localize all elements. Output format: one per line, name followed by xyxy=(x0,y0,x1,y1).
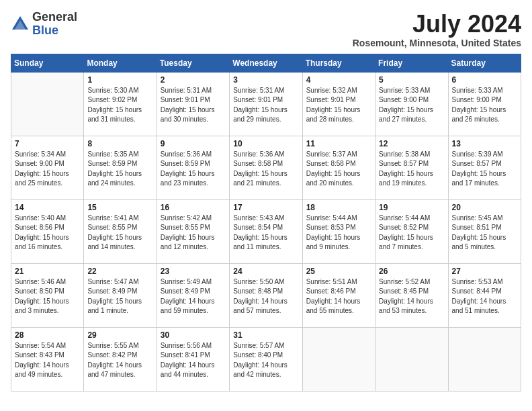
day-number: 6 xyxy=(452,75,517,85)
day-number: 5 xyxy=(379,75,444,85)
day-number: 25 xyxy=(306,267,371,276)
day-number: 4 xyxy=(306,75,371,85)
day-number: 12 xyxy=(379,139,444,148)
week-row-4: 21Sunrise: 5:46 AMSunset: 8:50 PMDayligh… xyxy=(11,263,521,327)
calendar-table: SundayMondayTuesdayWednesdayThursdayFrid… xyxy=(11,54,521,392)
day-number: 2 xyxy=(161,75,226,85)
day-info: Sunrise: 5:40 AMSunset: 8:56 PMDaylight:… xyxy=(15,214,80,253)
weekday-header-thursday: Thursday xyxy=(302,54,375,72)
calendar-cell: 10Sunrise: 5:36 AMSunset: 8:58 PMDayligh… xyxy=(230,136,302,199)
logo-blue: Blue xyxy=(32,24,58,37)
day-info: Sunrise: 5:53 AMSunset: 8:44 PMDaylight:… xyxy=(452,277,517,316)
day-number: 23 xyxy=(161,267,226,276)
day-info: Sunrise: 5:31 AMSunset: 9:01 PMDaylight:… xyxy=(233,86,298,125)
calendar-cell: 27Sunrise: 5:53 AMSunset: 8:44 PMDayligh… xyxy=(448,263,521,327)
logo: General Blue xyxy=(11,11,77,38)
calendar-cell: 21Sunrise: 5:46 AMSunset: 8:50 PMDayligh… xyxy=(11,263,84,327)
day-number: 9 xyxy=(161,139,226,148)
calendar-cell: 16Sunrise: 5:42 AMSunset: 8:55 PMDayligh… xyxy=(157,199,229,263)
calendar-cell: 13Sunrise: 5:39 AMSunset: 8:57 PMDayligh… xyxy=(448,136,521,199)
week-row-3: 14Sunrise: 5:40 AMSunset: 8:56 PMDayligh… xyxy=(11,199,521,263)
week-row-1: 1Sunrise: 5:30 AMSunset: 9:02 PMDaylight… xyxy=(11,72,521,136)
logo-text: General Blue xyxy=(32,11,77,38)
day-number: 11 xyxy=(306,139,371,148)
day-number: 21 xyxy=(15,267,80,276)
day-number: 7 xyxy=(15,139,80,148)
day-info: Sunrise: 5:51 AMSunset: 8:46 PMDaylight:… xyxy=(306,277,371,316)
day-number: 28 xyxy=(15,330,80,340)
title-block: July 2024 Rosemount, Minnesota, United S… xyxy=(353,11,521,48)
day-info: Sunrise: 5:44 AMSunset: 8:52 PMDaylight:… xyxy=(379,214,444,253)
weekday-header-friday: Friday xyxy=(375,54,448,72)
day-info: Sunrise: 5:31 AMSunset: 9:01 PMDaylight:… xyxy=(161,86,226,125)
day-info: Sunrise: 5:49 AMSunset: 8:49 PMDaylight:… xyxy=(161,277,226,316)
day-info: Sunrise: 5:32 AMSunset: 9:01 PMDaylight:… xyxy=(306,86,371,125)
day-info: Sunrise: 5:55 AMSunset: 8:42 PMDaylight:… xyxy=(87,341,152,380)
day-info: Sunrise: 5:30 AMSunset: 9:02 PMDaylight:… xyxy=(87,86,152,125)
calendar-cell xyxy=(375,327,448,391)
day-number: 17 xyxy=(233,203,298,212)
day-info: Sunrise: 5:36 AMSunset: 8:59 PMDaylight:… xyxy=(161,150,226,189)
day-info: Sunrise: 5:36 AMSunset: 8:58 PMDaylight:… xyxy=(233,150,298,189)
calendar-cell: 6Sunrise: 5:33 AMSunset: 9:00 PMDaylight… xyxy=(448,72,521,136)
day-number: 27 xyxy=(452,267,517,276)
calendar-cell: 30Sunrise: 5:56 AMSunset: 8:41 PMDayligh… xyxy=(157,327,229,391)
day-number: 15 xyxy=(87,203,152,212)
calendar-cell xyxy=(302,327,375,391)
day-info: Sunrise: 5:35 AMSunset: 8:59 PMDaylight:… xyxy=(87,150,152,189)
calendar-cell: 29Sunrise: 5:55 AMSunset: 8:42 PMDayligh… xyxy=(84,327,157,391)
calendar-cell: 19Sunrise: 5:44 AMSunset: 8:52 PMDayligh… xyxy=(375,199,448,263)
day-info: Sunrise: 5:33 AMSunset: 9:00 PMDaylight:… xyxy=(452,86,517,125)
day-number: 16 xyxy=(161,203,226,212)
day-info: Sunrise: 5:33 AMSunset: 9:00 PMDaylight:… xyxy=(379,86,444,125)
calendar-cell: 15Sunrise: 5:41 AMSunset: 8:55 PMDayligh… xyxy=(84,199,157,263)
day-info: Sunrise: 5:38 AMSunset: 8:57 PMDaylight:… xyxy=(379,150,444,189)
day-number: 31 xyxy=(233,330,298,340)
day-number: 22 xyxy=(87,267,152,276)
day-number: 18 xyxy=(306,203,371,212)
calendar-body: 1Sunrise: 5:30 AMSunset: 9:02 PMDaylight… xyxy=(11,72,521,391)
calendar-cell: 11Sunrise: 5:37 AMSunset: 8:58 PMDayligh… xyxy=(302,136,375,199)
week-row-5: 28Sunrise: 5:54 AMSunset: 8:43 PMDayligh… xyxy=(11,327,521,391)
day-info: Sunrise: 5:50 AMSunset: 8:48 PMDaylight:… xyxy=(233,277,298,316)
calendar-cell: 26Sunrise: 5:52 AMSunset: 8:45 PMDayligh… xyxy=(375,263,448,327)
day-number: 24 xyxy=(233,267,298,276)
day-info: Sunrise: 5:56 AMSunset: 8:41 PMDaylight:… xyxy=(161,341,226,380)
day-number: 1 xyxy=(87,75,152,85)
logo-icon xyxy=(11,15,30,34)
day-info: Sunrise: 5:46 AMSunset: 8:50 PMDaylight:… xyxy=(15,277,80,316)
day-number: 26 xyxy=(379,267,444,276)
calendar-cell: 9Sunrise: 5:36 AMSunset: 8:59 PMDaylight… xyxy=(157,136,229,199)
calendar-cell: 18Sunrise: 5:44 AMSunset: 8:53 PMDayligh… xyxy=(302,199,375,263)
week-row-2: 7Sunrise: 5:34 AMSunset: 9:00 PMDaylight… xyxy=(11,136,521,199)
location: Rosemount, Minnesota, United States xyxy=(353,38,521,48)
day-number: 30 xyxy=(161,330,226,340)
day-info: Sunrise: 5:43 AMSunset: 8:54 PMDaylight:… xyxy=(233,214,298,253)
calendar-cell: 17Sunrise: 5:43 AMSunset: 8:54 PMDayligh… xyxy=(230,199,302,263)
day-info: Sunrise: 5:42 AMSunset: 8:55 PMDaylight:… xyxy=(161,214,226,253)
day-info: Sunrise: 5:54 AMSunset: 8:43 PMDaylight:… xyxy=(15,341,80,380)
day-number: 19 xyxy=(379,203,444,212)
day-number: 20 xyxy=(452,203,517,212)
weekday-header-monday: Monday xyxy=(84,54,157,72)
calendar-cell: 14Sunrise: 5:40 AMSunset: 8:56 PMDayligh… xyxy=(11,199,84,263)
day-number: 29 xyxy=(87,330,152,340)
calendar-header: SundayMondayTuesdayWednesdayThursdayFrid… xyxy=(11,54,521,72)
day-info: Sunrise: 5:47 AMSunset: 8:49 PMDaylight:… xyxy=(87,277,152,316)
day-number: 10 xyxy=(233,139,298,148)
calendar-cell: 20Sunrise: 5:45 AMSunset: 8:51 PMDayligh… xyxy=(448,199,521,263)
page-header: General Blue July 2024 Rosemount, Minnes… xyxy=(11,11,521,48)
weekday-header-sunday: Sunday xyxy=(11,54,84,72)
logo-general: General xyxy=(32,10,77,24)
day-number: 13 xyxy=(452,139,517,148)
day-info: Sunrise: 5:44 AMSunset: 8:53 PMDaylight:… xyxy=(306,214,371,253)
day-info: Sunrise: 5:34 AMSunset: 9:00 PMDaylight:… xyxy=(15,150,80,189)
calendar-cell: 22Sunrise: 5:47 AMSunset: 8:49 PMDayligh… xyxy=(84,263,157,327)
day-info: Sunrise: 5:45 AMSunset: 8:51 PMDaylight:… xyxy=(452,214,517,253)
calendar-cell: 24Sunrise: 5:50 AMSunset: 8:48 PMDayligh… xyxy=(230,263,302,327)
weekday-header-tuesday: Tuesday xyxy=(157,54,229,72)
calendar-cell: 5Sunrise: 5:33 AMSunset: 9:00 PMDaylight… xyxy=(375,72,448,136)
calendar-cell: 1Sunrise: 5:30 AMSunset: 9:02 PMDaylight… xyxy=(84,72,157,136)
calendar-cell xyxy=(448,327,521,391)
calendar-cell: 12Sunrise: 5:38 AMSunset: 8:57 PMDayligh… xyxy=(375,136,448,199)
